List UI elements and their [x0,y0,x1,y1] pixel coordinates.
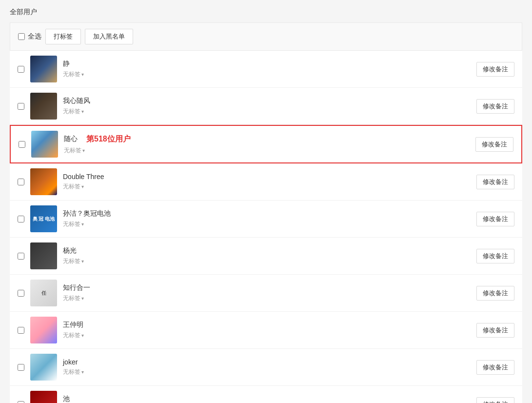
user-avatar [30,317,57,343]
user-tag: 无标签 ▾ [63,182,476,191]
edit-remark-button[interactable]: 修改备注 [476,323,514,338]
user-avatar: 奥 冠 电池 [30,205,57,232]
avatar-image: 奥 冠 电池 [30,205,57,232]
user-row: Double Three 无标签 ▾ 修改备注 [10,163,522,201]
user-info: joker 无标签 ▾ [63,358,476,376]
user-checkbox[interactable] [18,103,24,110]
toolbar: 全选 打标签 加入黑名单 [10,22,522,51]
avatar-image [30,242,57,269]
user-name: 知行合一 [63,283,476,292]
page-container: 全部用户 全选 打标签 加入黑名单 静 无标签 ▾ 修改备注 [0,0,532,403]
user-checkbox[interactable] [18,253,24,260]
user-name: 杨光 [63,246,476,255]
tag-dropdown-arrow[interactable]: ▾ [81,184,84,189]
user-avatar [31,131,58,158]
user-name: joker [63,358,476,366]
tag-dropdown-arrow[interactable]: ▾ [81,72,84,77]
edit-remark-button[interactable]: 修改备注 [476,286,514,301]
user-action: 修改备注 [476,397,514,403]
user-checkbox[interactable] [18,290,24,297]
user-info: 孙洁？奥冠电池 无标签 ▾ [63,209,476,228]
user-tag: 无标签 ▾ [63,368,476,376]
user-info: 王仲明 无标签 ▾ [63,321,476,340]
user-row: 池 无标签 ▾ 修改备注 [10,386,522,403]
highlight-badge: 第518位用户 [86,134,131,144]
avatar-image [30,93,57,120]
tag-dropdown-arrow[interactable]: ▾ [81,369,84,375]
user-checkbox[interactable] [18,401,24,403]
user-action: 修改备注 [476,323,514,338]
avatar-image: 任 [30,280,57,306]
user-checkbox[interactable] [18,327,24,334]
edit-remark-button[interactable]: 修改备注 [476,249,514,263]
tag-dropdown-arrow[interactable]: ▾ [81,109,84,114]
user-name: Double Three [63,173,476,181]
user-row: 杨光 无标签 ▾ 修改备注 [10,238,522,275]
user-tag: 无标签 ▾ [63,294,476,302]
tag-button[interactable]: 打标签 [45,29,81,44]
user-action: 修改备注 [476,360,514,375]
user-checkbox[interactable] [18,66,24,73]
user-tag: 无标签 ▾ [63,70,476,79]
user-avatar [30,168,57,195]
user-avatar [30,242,57,269]
user-info: 知行合一 无标签 ▾ [63,283,476,302]
avatar-image [30,56,57,82]
user-row: 随心 第518位用户 无标签 ▾ 修改备注 [10,125,522,163]
user-info: 杨光 无标签 ▾ [63,246,476,265]
user-list: 静 无标签 ▾ 修改备注 我心随风 无标签 ▾ [10,51,522,403]
edit-remark-button[interactable]: 修改备注 [476,360,514,375]
avatar-image [30,391,57,403]
user-name: 王仲明 [63,321,476,329]
edit-remark-button[interactable]: 修改备注 [476,62,514,77]
avatar-image [30,317,57,343]
user-info: 池 无标签 ▾ [63,395,476,403]
tag-dropdown-arrow[interactable]: ▾ [81,296,84,301]
user-row: 王仲明 无标签 ▾ 修改备注 [10,312,522,349]
edit-remark-button[interactable]: 修改备注 [476,175,514,189]
user-name: 静 [63,60,476,68]
select-all-container: 全选 [18,32,41,41]
user-action: 修改备注 [476,286,514,301]
user-action: 修改备注 [476,212,514,226]
user-name: 我心随风 [63,97,476,105]
tag-dropdown-arrow[interactable]: ▾ [81,333,84,338]
user-checkbox[interactable] [18,179,24,185]
user-checkbox[interactable] [18,216,24,222]
user-row: 我心随风 无标签 ▾ 修改备注 [10,88,522,125]
user-tag: 无标签 ▾ [63,220,476,228]
user-avatar [30,354,57,381]
user-tag: 无标签 ▾ [64,146,475,155]
tag-dropdown-arrow[interactable]: ▾ [82,148,85,153]
user-action: 修改备注 [476,175,514,189]
page-title: 全部用户 [10,8,522,17]
user-checkbox[interactable] [19,141,25,148]
user-row: 奥 冠 电池 孙洁？奥冠电池 无标签 ▾ 修改备注 [10,201,522,238]
user-avatar [30,391,57,403]
user-name: 孙洁？奥冠电池 [63,209,476,218]
user-action: 修改备注 [476,62,514,77]
blacklist-button[interactable]: 加入黑名单 [85,29,133,44]
edit-remark-button[interactable]: 修改备注 [476,99,514,114]
user-action: 修改备注 [476,249,514,263]
user-action: 修改备注 [475,137,513,152]
select-all-label[interactable]: 全选 [28,32,41,41]
user-row: 静 无标签 ▾ 修改备注 [10,51,522,88]
user-checkbox[interactable] [18,364,24,371]
user-name: 随心 第518位用户 [64,134,475,144]
user-tag: 无标签 ▾ [63,107,476,116]
user-action: 修改备注 [476,99,514,114]
user-tag: 无标签 ▾ [63,257,476,265]
avatar-image [30,168,57,195]
user-name: 池 [63,395,476,403]
edit-remark-button[interactable]: 修改备注 [475,137,513,152]
user-avatar [30,56,57,82]
edit-remark-button[interactable]: 修改备注 [476,397,514,403]
edit-remark-button[interactable]: 修改备注 [476,212,514,226]
user-avatar: 任 [30,280,57,306]
tag-dropdown-arrow[interactable]: ▾ [81,222,84,227]
avatar-image [31,131,58,158]
select-all-checkbox[interactable] [18,33,25,40]
user-info: 我心随风 无标签 ▾ [63,97,476,116]
tag-dropdown-arrow[interactable]: ▾ [81,259,84,264]
